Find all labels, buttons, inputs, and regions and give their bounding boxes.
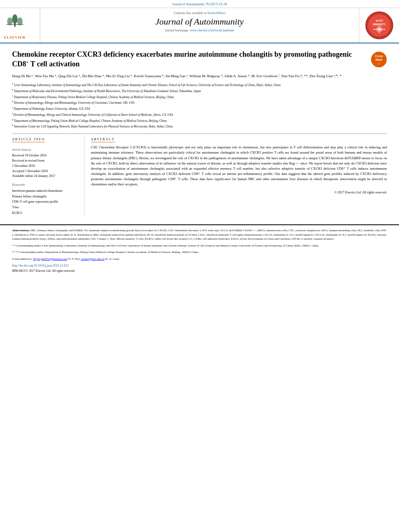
abbreviations-title: Abbreviations: [12,229,30,232]
doi-link-section: http://dx.doi.org/10.1016/j.jaut.2016.12… [12,263,387,267]
keywords-label: Keywords: [12,183,79,187]
issn-line: 0896-8411/© 2017 Elsevier Ltd. All right… [12,269,387,273]
crossmark-badge-section: Cross Mark ✓ [371,51,387,68]
affiliation-c: c Department of Respiratory Disease, Pek… [12,94,387,99]
keyword-4: T-bet [12,205,79,210]
footer-area: Abbreviations: PBC, Primary biliary chol… [0,224,399,276]
svg-text:AUTO: AUTO [375,19,383,22]
affiliation-g: g Department of Rheumatology, Peking Uni… [12,118,387,123]
keyword-5: KLRG1 [12,210,79,216]
received-revised-label: Received in revised form [12,158,79,164]
keyword-2: Primary biliary cholangitis [12,194,79,199]
article-title-row: Chemokine receptor CXCR3 deficiency exac… [12,50,387,69]
article-info-column: Article Info Article history: Received 1… [12,137,84,216]
article-title: Chemokine receptor CXCR3 deficiency exac… [12,50,367,69]
abbreviations-footnote: Abbreviations: PBC, Primary biliary chol… [12,228,387,241]
abstract-heading: Abstract [91,138,115,142]
affiliations: a Liver Immunology Laboratory, Institute… [12,82,387,129]
email-link-2[interactable]: zxlian1@ustc.edu.cn [81,257,105,261]
abbreviations-body: PBC, Primary biliary cholangitis; dnTGFβ… [12,229,387,240]
history-label: Article history: [12,148,79,152]
available-online-date: Available online 24 January 2017 [12,174,79,179]
received-date: Received 18 October 2016 [12,153,79,158]
journal-top-bar: Journal of Autoimmunity 78 (2017) 19–28 [0,0,399,8]
journal-logo-right: AUTO IMMUNITY [359,8,399,43]
keywords-list: Interferon-gamma induced chemokines Prim… [12,188,79,216]
affiliation-h: h Innovation Center for Cell Signaling N… [12,123,387,129]
svg-text:Cross: Cross [375,55,383,58]
autoimmunity-badge-icon: AUTO IMMUNITY [365,11,393,39]
affiliation-b: b Department of Molecular and Environmen… [12,88,387,93]
affiliation-a: a Liver Immunology Laboratory, Institute… [12,82,387,87]
email-link-1[interactable]: feiyunyun2013@hotmail.com [33,257,67,261]
received-revised-date: 1 December 2016 [12,164,79,169]
corresponding-author-1: * * Corresponding author. Liver Immunolo… [12,244,387,248]
abstract-column: Abstract CXC Chemokine Receptor 3 (CXCR3… [91,137,387,216]
journal-title: Journal of Autoimmunity [44,16,355,27]
accepted-date: Accepted 1 December 2016 [12,169,79,174]
journal-homepage-link[interactable]: www.elsevier.com/locate/jautimm [190,29,234,32]
abstract-text: CXC Chemokine Receptor 3 (CXCR3) is func… [91,145,387,187]
svg-text:✓: ✓ [378,62,380,65]
svg-point-2 [12,14,17,24]
page: Journal of Autoimmunity 78 (2017) 19–28 … [0,0,399,276]
svg-point-11 [378,29,380,30]
svg-text:IMMUNITY: IMMUNITY [372,23,386,26]
elsevier-logo-section: ELSEVIER [0,8,40,43]
svg-rect-4 [14,23,15,27]
journal-homepage: journal homepage: www.elsevier.com/locat… [44,29,355,32]
copyright-line: © 2017 Elsevier Ltd. All rights reserved… [91,191,387,194]
svg-point-1 [7,17,12,25]
svg-point-3 [17,17,23,25]
sciencedirect-anchor[interactable]: ScienceDirect [208,11,226,15]
sciencedirect-link: Contents lists available at ScienceDirec… [44,11,355,15]
doi-link[interactable]: http://dx.doi.org/10.1016/j.jaut.2016.12… [12,264,69,267]
affiliation-e: e Department of Pathology, Emory Univers… [12,106,387,111]
journal-citation: Journal of Autoimmunity 78 (2017) 19–28 [172,2,227,6]
elsevier-logo: ELSEVIER [4,14,26,39]
elsevier-label: ELSEVIER [4,35,26,39]
keyword-1: Interferon-gamma induced chemokines [12,188,79,194]
article-info-heading: Article Info [12,138,45,142]
affiliation-f: f Division of Rheumatology, Allergy and … [12,112,387,117]
email-footnote: E-mail addresses: feiyunyun2013@hotmail.… [12,257,387,261]
journal-header: ELSEVIER Contents lists available at Sci… [0,8,399,43]
two-column-section: Article Info Article history: Received 1… [12,137,387,216]
svg-text:Mark: Mark [376,58,382,61]
authors: Hong-Di Ma ᵃ, Wen-Tao Ma ᵃ, Qing-Zhi Liu… [12,73,387,79]
crossmark-icon: Cross Mark ✓ [371,51,387,68]
section-divider [12,134,387,134]
journal-header-center: Contents lists available at ScienceDirec… [40,8,359,43]
article-area: Chemokine receptor CXCR3 deficiency exac… [0,43,399,224]
affiliation-d: d Division of Immunology, Allergy and Rh… [12,100,387,105]
keyword-3: CD8+T cell gene expression profile [12,199,79,205]
corresponding-author-2: ** ** Corresponding author. Department o… [12,250,387,255]
elsevier-tree-icon [5,14,25,34]
